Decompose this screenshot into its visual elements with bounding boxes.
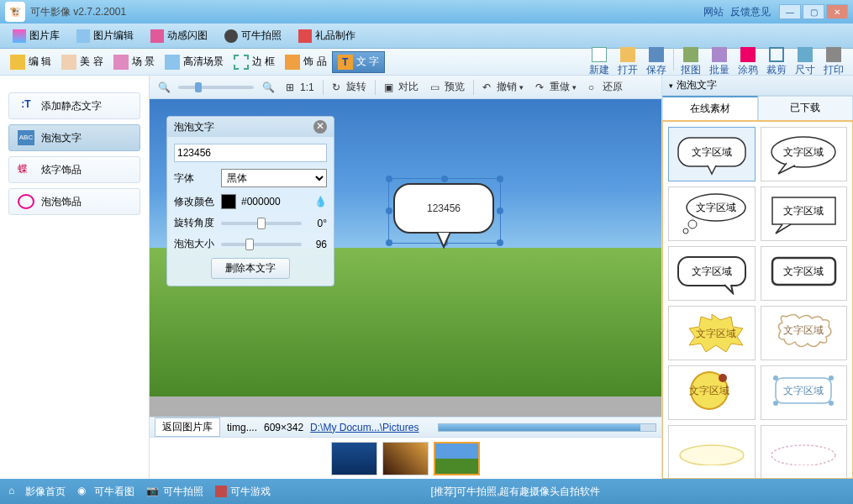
sidebar-static-text[interactable]: :T添加静态文字 — [8, 92, 140, 119]
static-text-icon: :T — [18, 98, 34, 113]
bubble-template-6[interactable]: 文字区域 — [761, 246, 848, 301]
file-size[interactable]: 尺寸 — [791, 47, 819, 77]
rotate-tool[interactable]: ↻旋转 — [329, 80, 370, 94]
thumb-2[interactable] — [382, 442, 429, 475]
redo-tool[interactable]: ↷重做▾ — [532, 80, 580, 94]
save-icon — [649, 47, 664, 62]
size-label: 泡泡大小 — [174, 237, 216, 251]
svg-text:文字区域: 文字区域 — [783, 324, 824, 336]
tool-beauty[interactable]: 美 容 — [56, 52, 108, 72]
delete-text-button[interactable]: 删除本文字 — [211, 258, 290, 279]
bubble-properties-panel[interactable]: 泡泡文字✕ 字体黑体 修改颜色#000000💧 旋转角度0° 泡泡大小96 删除… — [166, 116, 334, 286]
svg-text:文字区域: 文字区域 — [696, 202, 736, 213]
chevron-down-icon[interactable]: ▾ — [669, 81, 673, 90]
panel-close-button[interactable]: ✕ — [313, 120, 327, 134]
doodle-icon — [740, 47, 756, 62]
zoom-in-icon: 🔍 — [262, 81, 274, 93]
bubble-template-11[interactable] — [668, 425, 756, 479]
tab-edit[interactable]: 图片编辑 — [69, 24, 141, 47]
print-icon — [826, 47, 841, 62]
footer-promo[interactable]: [推荐]可牛拍照,超有趣摄像头自拍软件 — [430, 486, 600, 497]
back-to-library-button[interactable]: 返回图片库 — [155, 417, 220, 437]
size-slider[interactable] — [221, 243, 302, 246]
minimize-button[interactable]: — — [779, 4, 801, 19]
filename: timg.... — [227, 422, 257, 433]
restore-tool[interactable]: ○还原 — [585, 80, 626, 94]
website-link[interactable]: 网站 — [703, 5, 724, 19]
footer-view[interactable]: ◉可牛看图 — [77, 485, 134, 499]
color-swatch[interactable] — [221, 194, 236, 209]
bubble-template-9[interactable]: 文字区域 — [668, 365, 756, 420]
tool-hd[interactable]: 高清场景 — [160, 52, 229, 72]
bubble-template-4[interactable]: 文字区域 — [761, 186, 848, 241]
tab-gift[interactable]: 礼品制作 — [291, 24, 363, 47]
zoom-11[interactable]: ⊞1:1 — [282, 81, 318, 93]
tool-border[interactable]: 边 框 — [229, 52, 280, 72]
sidebar-bubble-text[interactable]: ABC泡泡文字 — [8, 124, 140, 151]
bubble-template-2[interactable]: 文字区域 — [761, 127, 848, 181]
canvas[interactable]: 123456 泡泡文字✕ 字体黑体 修改颜色#000000💧 旋转角度0° 泡泡… — [150, 99, 661, 417]
restore-icon: ○ — [588, 81, 600, 93]
tool-deco[interactable]: 饰 品 — [280, 52, 331, 72]
scrollbar[interactable] — [438, 423, 656, 432]
canvas-status-bar: 返回图片库 timg.... 609×342 D:\My Docum...\Pi… — [150, 417, 661, 437]
thumb-1[interactable] — [331, 442, 377, 475]
file-print[interactable]: 打印 — [819, 47, 848, 77]
sidebar-cool-text[interactable]: 蝶炫字饰品 — [8, 156, 140, 183]
tab-camera[interactable]: 可牛拍照 — [217, 24, 289, 47]
bubble-template-12[interactable] — [761, 425, 848, 479]
thumb-3[interactable] — [434, 442, 480, 475]
feedback-link[interactable]: 反馈意见 — [730, 5, 771, 19]
zoom-out[interactable]: 🔍 — [155, 81, 173, 93]
svg-text:文字区域: 文字区域 — [692, 265, 732, 277]
font-select[interactable]: 黑体 — [221, 169, 327, 187]
rotate-value: 0° — [307, 218, 327, 229]
bubble-template-10[interactable]: 文字区域 — [761, 365, 848, 420]
close-button[interactable]: ✕ — [826, 4, 848, 19]
file-crop[interactable]: 裁剪 — [762, 47, 791, 77]
tab-flash[interactable]: 动感闪图 — [143, 24, 215, 47]
svg-point-23 — [829, 401, 834, 406]
file-save[interactable]: 保存 — [642, 47, 671, 77]
footer-game[interactable]: 可牛游戏 — [215, 485, 271, 499]
zoom-slider[interactable] — [178, 86, 254, 89]
preview-tool[interactable]: ▭预览 — [427, 80, 468, 94]
tab-downloaded[interactable]: 已下载 — [758, 96, 854, 120]
border-icon — [234, 55, 249, 70]
bubble-template-3[interactable]: 文字区域 — [668, 186, 756, 241]
undo-tool[interactable]: ↶撤销▾ — [479, 80, 527, 94]
new-icon — [592, 47, 607, 62]
maximize-button[interactable]: ▢ — [803, 4, 824, 19]
zoom-in[interactable]: 🔍 — [259, 81, 277, 93]
tool-scene[interactable]: 场 景 — [108, 52, 160, 72]
rotate-icon: ↻ — [332, 81, 344, 93]
tab-library[interactable]: 图片库 — [5, 24, 67, 47]
batch-icon — [712, 47, 727, 62]
bubble-object[interactable]: 123456 — [393, 183, 503, 259]
svg-text:文字区域: 文字区域 — [783, 146, 824, 158]
file-new[interactable]: 新建 — [585, 47, 613, 77]
eyedropper-icon[interactable]: 💧 — [314, 196, 327, 207]
tool-text[interactable]: T文 字 — [332, 51, 385, 73]
tab-online[interactable]: 在线素材 — [662, 96, 758, 120]
compare-tool[interactable]: ▣对比 — [381, 80, 422, 94]
bubble-template-1[interactable]: 文字区域 — [668, 127, 756, 181]
scene-icon — [113, 55, 129, 70]
footer-home[interactable]: ⌂影像首页 — [8, 485, 66, 499]
tool-edit[interactable]: 编 辑 — [5, 52, 56, 72]
file-open[interactable]: 打开 — [613, 47, 642, 77]
file-cutout[interactable]: 抠图 — [677, 47, 705, 77]
bubble-template-8[interactable]: 文字区域 — [761, 306, 848, 360]
bubble-text-input[interactable] — [174, 144, 327, 162]
sidebar-bubble-deco[interactable]: 泡泡饰品 — [8, 188, 140, 215]
panel-title: 泡泡文字 — [174, 120, 214, 134]
preview-icon: ▭ — [430, 81, 442, 93]
filepath[interactable]: D:\My Docum...\Pictures — [310, 422, 419, 433]
bubble-template-5[interactable]: 文字区域 — [668, 246, 756, 301]
footer-camera[interactable]: 📷可牛拍照 — [146, 485, 203, 499]
bubble-template-7[interactable]: 文字区域 — [668, 306, 756, 360]
svg-point-20 — [773, 375, 778, 381]
file-batch[interactable]: 批量 — [705, 47, 734, 77]
file-doodle[interactable]: 涂鸦 — [734, 47, 762, 77]
rotate-slider[interactable] — [221, 222, 302, 225]
